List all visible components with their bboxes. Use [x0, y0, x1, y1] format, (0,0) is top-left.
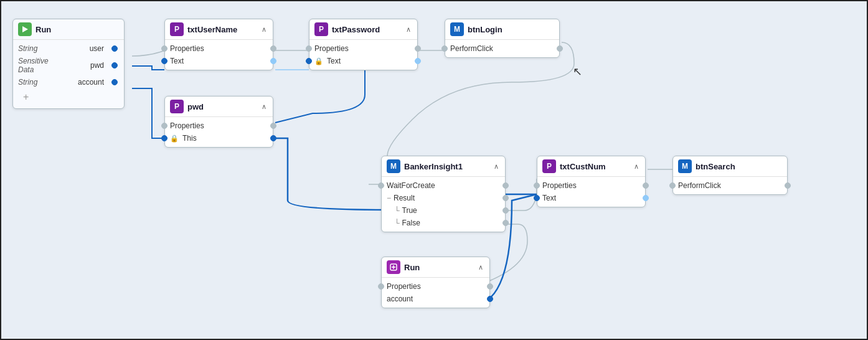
txt-username-node: P txtUserName ∧ Properties Text: [164, 19, 273, 70]
btn-search-body: PerformClick: [673, 177, 787, 194]
banker-port-wait-left: [378, 182, 384, 189]
run-bottom-label-props: Properties: [387, 282, 483, 291]
txt-password-icon: P: [314, 22, 328, 36]
workflow-canvas: Run String user Sensitive Data pwd Strin…: [1, 1, 868, 340]
txt-password-row-text: 🔒 Text: [309, 55, 417, 67]
banker-chevron: ∧: [494, 163, 499, 171]
txt-username-label-text: Text: [170, 57, 267, 65]
pwd-port-this-left: [161, 135, 167, 141]
txt-password-row-props: Properties: [309, 42, 417, 55]
txt-custnum-icon: P: [542, 159, 556, 173]
txt-password-header: P txtPassword ∧: [309, 19, 417, 40]
btn-login-port-right: [557, 45, 563, 52]
txt-username-icon: P: [170, 22, 184, 36]
run-bottom-port-account: [487, 296, 493, 302]
run-bottom-chevron: ∧: [478, 263, 483, 272]
pwd-port-props-right: [270, 123, 276, 129]
run-left-add-btn[interactable]: +: [18, 90, 34, 104]
txt-username-chevron: ∧: [262, 26, 267, 34]
txt-password-port-props-left: [306, 45, 312, 52]
btn-login-icon: M: [450, 22, 464, 36]
banker-row-result: − Result: [382, 192, 505, 204]
txt-username-label-props: Properties: [170, 44, 267, 53]
txt-username-body: Properties Text: [165, 40, 273, 70]
btn-login-node: M btnLogin PerformClick: [445, 19, 560, 58]
run-node-left: Run String user Sensitive Data pwd Strin…: [12, 19, 125, 109]
run-bottom-node: Run ∧ Properties account: [381, 257, 490, 308]
run-left-body: String user Sensitive Data pwd String ac…: [13, 40, 124, 108]
banker-body: WaitForCreate − Result └ True └ False: [382, 177, 505, 232]
txt-username-port-props-right: [270, 45, 276, 52]
banker-insight-node: M BankerInsight1 ∧ WaitForCreate − Resul…: [381, 156, 506, 232]
run-left-add-row[interactable]: +: [13, 88, 124, 106]
txt-password-label-props: Properties: [314, 44, 411, 53]
txt-username-title: txtUserName: [187, 25, 258, 34]
banker-label-true: True: [402, 206, 499, 215]
txt-password-title: txtPassword: [332, 25, 402, 34]
pwd-port-this-right: [270, 135, 276, 141]
run-bottom-body: Properties account: [382, 278, 489, 308]
run-left-label-pwd: pwd: [62, 61, 109, 70]
pwd-node-header: P pwd ∧: [165, 97, 273, 117]
run-left-type-user: String: [18, 44, 60, 53]
pwd-row-this: 🔒 This: [165, 132, 273, 144]
run-bottom-label-account: account: [387, 295, 483, 303]
banker-port-wait-right: [502, 182, 509, 189]
pwd-row-props: Properties: [165, 120, 273, 132]
btn-search-icon: M: [678, 159, 692, 173]
run-bottom-port-props-right: [487, 283, 493, 290]
txt-username-header: P txtUserName ∧: [165, 19, 273, 40]
banker-tree-false: └: [394, 219, 400, 227]
run-left-row-user: String user: [13, 42, 124, 55]
banker-header: M BankerInsight1 ∧: [382, 156, 505, 177]
pwd-label-this: This: [182, 134, 267, 143]
run-left-row-account: String account: [13, 76, 124, 88]
banker-title: BankerInsight1: [404, 162, 490, 171]
btn-login-body: PerformClick: [445, 40, 559, 57]
txt-custnum-port-text-left: [534, 195, 540, 201]
pwd-node: P pwd ∧ Properties 🔒 This: [164, 96, 273, 148]
txt-password-port-props-right: [415, 45, 421, 52]
lock-icon-this: 🔒: [170, 135, 179, 143]
btn-login-row-perform: PerformClick: [445, 42, 559, 55]
txt-username-port-text-left: [161, 58, 167, 64]
btn-search-row-perform: PerformClick: [673, 179, 787, 192]
txt-custnum-chevron: ∧: [634, 163, 639, 171]
pwd-node-body: Properties 🔒 This: [165, 117, 273, 147]
banker-label-false: False: [402, 219, 499, 227]
mouse-cursor: ↖: [573, 65, 582, 78]
run-bottom-row-account: account: [382, 293, 489, 305]
btn-search-title: btnSearch: [696, 162, 781, 171]
banker-tree-true: └: [394, 206, 400, 215]
txt-custnum-port-text-right: [643, 195, 649, 201]
run-node-left-header: Run: [13, 19, 124, 40]
btn-login-label-perform: PerformClick: [450, 44, 553, 53]
banker-row-wait: WaitForCreate: [382, 179, 505, 192]
btn-search-header: M btnSearch: [673, 156, 787, 177]
pwd-node-chevron: ∧: [262, 103, 267, 111]
banker-port-result-right: [502, 195, 509, 201]
txt-custnum-header: P txtCustNum ∧: [537, 156, 645, 177]
banker-label-wait: WaitForCreate: [387, 181, 499, 190]
run-left-row-pwd: Sensitive Data pwd: [13, 55, 124, 76]
run-left-type-account: String: [18, 78, 60, 87]
pwd-port-props-left: [161, 123, 167, 129]
run-bottom-header: Run ∧: [382, 257, 489, 278]
txt-username-port-props-left: [161, 45, 167, 52]
txt-custnum-row-text: Text: [537, 192, 645, 204]
txt-custnum-port-props-right: [643, 182, 649, 189]
run-bottom-port-props-left: [378, 283, 384, 290]
txt-password-chevron: ∧: [406, 26, 411, 34]
pwd-node-icon: P: [170, 100, 184, 113]
run-left-type-pwd: Sensitive Data: [18, 57, 60, 74]
banker-row-false: └ False: [382, 217, 505, 229]
btn-search-port-left: [669, 182, 676, 189]
txt-username-port-text-right: [270, 58, 276, 64]
banker-label-result: Result: [394, 194, 499, 202]
txt-password-body: Properties 🔒 Text: [309, 40, 417, 70]
pwd-node-title: pwd: [187, 102, 258, 111]
txt-username-row-text: Text: [165, 55, 273, 67]
banker-row-true: └ True: [382, 204, 505, 217]
svg-marker-0: [22, 26, 28, 32]
run-left-title: Run: [35, 25, 118, 34]
